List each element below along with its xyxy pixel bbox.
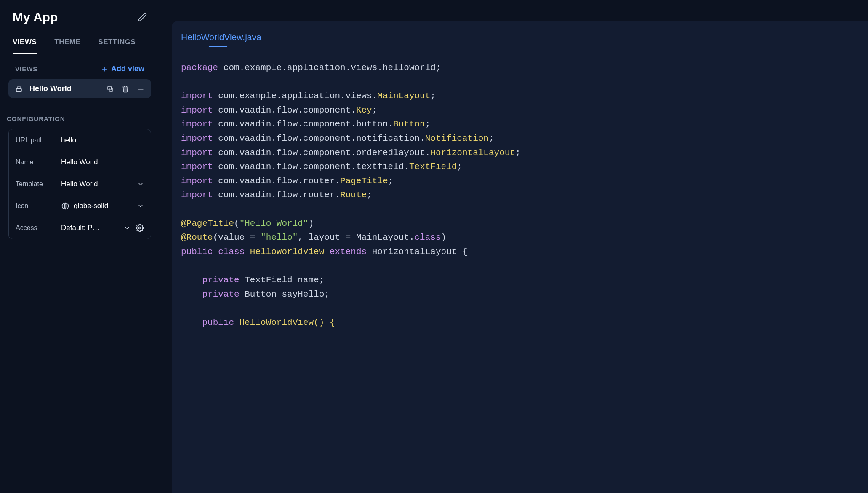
config-key-template: Template [16, 180, 61, 188]
sidebar-tabs: VIEWS THEME SETTINGS [0, 32, 160, 54]
config-key-access: Access [16, 224, 61, 232]
views-section-label: VIEWS [15, 65, 37, 72]
copy-icon[interactable] [107, 85, 114, 93]
configuration-panel: URL path hello Name Hello World Template… [8, 129, 151, 239]
view-item-label: Hello World [29, 84, 107, 93]
config-val-url: hello [61, 136, 144, 145]
editor-tab[interactable]: HelloWorldView.java [172, 29, 265, 42]
editor-tab-label: HelloWorldView.java [181, 32, 261, 42]
config-key-url: URL path [16, 137, 61, 144]
config-url-path[interactable]: URL path hello [9, 129, 151, 151]
add-view-label: Add view [111, 64, 144, 73]
svg-rect-2 [16, 88, 21, 92]
config-val-icon: globe-solid [61, 202, 137, 210]
view-item-actions [107, 85, 144, 93]
config-name[interactable]: Name Hello World [9, 151, 151, 173]
chevron-down-icon [124, 225, 130, 231]
tab-theme[interactable]: THEME [54, 32, 80, 54]
config-val-access: Default: P… [61, 224, 124, 232]
config-key-name: Name [16, 158, 61, 166]
plus-icon [101, 66, 108, 72]
tab-settings[interactable]: SETTINGS [98, 32, 136, 54]
config-icon[interactable]: Icon globe-solid [9, 195, 151, 217]
views-section: VIEWS Add view Hello World [0, 54, 160, 104]
config-key-icon: Icon [16, 202, 61, 210]
config-val-name: Hello World [61, 158, 144, 166]
sidebar-header: My App [0, 0, 160, 32]
app-title: My App [13, 10, 58, 24]
editor-area: HelloWorldView.java package com.example.… [160, 0, 868, 493]
code-block: package com.example.application.views.he… [172, 42, 868, 342]
configuration-section-label: CONFIGURATION [0, 104, 160, 129]
chevron-down-icon [137, 203, 144, 209]
config-val-template: Hello World [61, 180, 137, 188]
globe-icon [61, 202, 69, 210]
pencil-icon[interactable] [138, 13, 147, 22]
lock-open-icon [15, 85, 23, 93]
config-access[interactable]: Access Default: P… [9, 217, 151, 239]
drag-handle-icon[interactable] [137, 85, 144, 93]
add-view-button[interactable]: Add view [101, 64, 144, 73]
svg-point-8 [139, 227, 141, 229]
gear-icon[interactable] [136, 224, 144, 232]
sidebar: My App VIEWS THEME SETTINGS VIEWS Add vi… [0, 0, 160, 493]
chevron-down-icon [137, 181, 144, 188]
config-template[interactable]: Template Hello World [9, 173, 151, 195]
tab-views[interactable]: VIEWS [13, 32, 37, 54]
view-item[interactable]: Hello World [8, 79, 151, 98]
trash-icon[interactable] [122, 85, 129, 93]
editor-card: HelloWorldView.java package com.example.… [172, 21, 868, 493]
